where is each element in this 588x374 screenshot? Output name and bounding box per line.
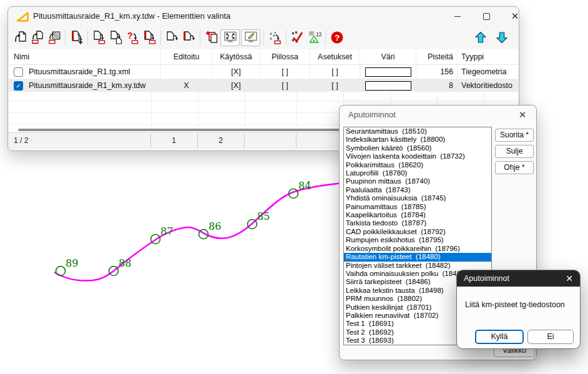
close-button[interactable]: ✕ (502, 7, 527, 26)
file-name: Pituusmittausraide_R1.tg.xml (29, 67, 130, 76)
helper-list-item[interactable]: Rautatien km-pisteet (18480) (344, 253, 491, 261)
helper-list-item[interactable]: Paalulaatta (18743) (344, 186, 491, 194)
save-file-as-icon[interactable] (107, 29, 124, 46)
save-active-file-icon[interactable] (141, 29, 158, 46)
statusbar-cell: 1 (150, 133, 197, 149)
cell-kaytossa[interactable]: [X] (212, 65, 260, 79)
helper-list-item[interactable]: Symbolien kääntö (18560) (344, 144, 491, 152)
col-piilossa[interactable]: Piilossa (260, 49, 310, 64)
col-nimi[interactable]: Nimi (9, 49, 161, 64)
km-point-label: 84 (298, 180, 311, 192)
cell-piilossa[interactable]: [ ] (260, 79, 310, 92)
app-logo-icon (16, 11, 29, 23)
helper-list-item[interactable]: Kaapelikartoitus (18784) (344, 211, 491, 219)
toolbar: ? (8, 26, 519, 49)
helper-list-item[interactable]: Viivojen laskenta koodeittain (18732) (344, 152, 491, 160)
helper-list-item[interactable]: Painumamittaus (18785) (344, 203, 491, 211)
close-icon: ✕ (519, 109, 527, 121)
toolbar-separator (263, 30, 264, 45)
color-swatch[interactable] (365, 67, 411, 77)
table-header[interactable]: Nimi Editoitu Käytössä Piilossa Asetukse… (9, 49, 518, 65)
color-swatch[interactable] (365, 81, 411, 91)
toolbar-separator (286, 30, 287, 45)
km-point-label: 86 (208, 220, 221, 232)
helper-list-item[interactable]: Puupinon mittaus (18740) (344, 177, 491, 185)
close-icon: ✕ (511, 11, 519, 22)
write-active-file-icon[interactable] (180, 29, 197, 46)
cell-tyyppi: Tiegeometria (458, 65, 518, 79)
messagebox-close-button[interactable]: ✕ (562, 272, 576, 285)
yes-button[interactable]: Kyllä (475, 330, 524, 344)
cell-asetukset[interactable]: [ ] (310, 65, 360, 79)
add-file-icon[interactable] (68, 29, 85, 46)
col-vari[interactable]: Väri (360, 49, 416, 64)
screen: 848586878889 Pituusmittausraide_R1_km.xy… (0, 0, 588, 374)
helper-list-item[interactable]: Pintojen väliset tarkkeet (18482) (344, 262, 491, 270)
col-pisteita[interactable]: Pisteitä (416, 49, 458, 64)
helper-list-item[interactable]: Seurantamittaus (18510) (344, 127, 491, 135)
no-button[interactable]: Ei (527, 330, 574, 344)
triangle-model-icon[interactable]: 12 (306, 29, 323, 46)
col-kaytossa[interactable]: Käytössä (212, 49, 260, 64)
row-checkbox-unchecked[interactable] (14, 67, 23, 77)
cell-kaytossa[interactable]: [X] (212, 79, 260, 92)
col-tyyppi[interactable]: Tyyppi (458, 49, 518, 64)
close-icon: ✕ (566, 273, 573, 283)
km-point-label: 85 (257, 210, 270, 222)
grid-line (151, 92, 152, 127)
helper-list-item[interactable]: Indeksikartan käsittely (18800) (344, 135, 491, 144)
toolbar-separator (160, 30, 161, 45)
dialog-close-button[interactable]: ✕ (515, 107, 530, 122)
save-file-icon[interactable] (91, 29, 107, 46)
new-file-group-icon[interactable] (203, 29, 220, 46)
toolbar-separator (325, 30, 326, 45)
suorita-button[interactable]: Suorita * (495, 129, 534, 142)
row-checkbox-checked[interactable]: ✓ (14, 81, 23, 91)
open-file-icon[interactable] (12, 29, 29, 46)
helper-list-item[interactable]: Rumpujen esikohotus (18795) (344, 236, 491, 244)
editor-window-icon[interactable] (241, 29, 260, 46)
km-point-label: 87 (160, 225, 173, 237)
open-file-element-icon[interactable] (29, 29, 46, 46)
move-up-icon[interactable] (472, 29, 489, 46)
cell-asetukset[interactable]: [ ] (310, 79, 360, 92)
table-row[interactable]: Pituusmittausraide_R1.tg.xml [X] [ ] [ ]… (9, 65, 518, 79)
cell-piilossa[interactable]: [ ] (260, 65, 310, 79)
km-point-label: 89 (66, 257, 78, 269)
grid-line (296, 92, 297, 127)
svg-text:?: ? (334, 33, 339, 42)
sulje-button[interactable]: Sulje (495, 145, 534, 158)
messagebox-titlebar[interactable]: Aputoiminnot ✕ (457, 270, 580, 287)
open-reference-icon[interactable] (46, 29, 62, 46)
write-file-icon[interactable] (164, 29, 180, 46)
select-points-icon[interactable] (267, 29, 283, 46)
ohje-button[interactable]: Ohje * (495, 161, 534, 174)
col-asetukset[interactable]: Asetukset (310, 49, 360, 64)
move-down-icon[interactable] (493, 29, 510, 46)
maximize-icon (483, 13, 490, 20)
helper-list-item[interactable]: Poikkarimittaus (18620) (344, 161, 491, 169)
table-row[interactable]: ✓ Pituusmittausraide_R1_km.xy.tdw X [X] … (9, 79, 518, 92)
km-point-circle (56, 267, 66, 276)
helper-list-item[interactable]: Korkosymbolit poikkareihin (18796) (344, 245, 491, 253)
toolbar-separator (87, 30, 88, 45)
help-icon[interactable]: ? (328, 29, 345, 46)
grid-line (198, 92, 198, 127)
col-editoitu[interactable]: Editoitu (161, 49, 212, 64)
helper-list-item[interactable]: CAD poikkileikkaukset (18792) (344, 228, 491, 236)
km-point-label: 88 (119, 257, 131, 269)
railway-curve (54, 182, 350, 280)
helper-list-item[interactable]: Latuprofiili (18780) (344, 169, 491, 177)
grid-line (9, 101, 518, 101)
file-name: Pituusmittausraide_R1_km.xy.tdw (29, 81, 145, 90)
maximize-button[interactable] (474, 7, 499, 26)
fit-view-icon[interactable] (220, 29, 240, 46)
minimize-button[interactable] (445, 7, 470, 26)
check-data-icon[interactable] (289, 29, 306, 46)
save-query-icon[interactable]: ? (124, 29, 141, 46)
helper-list-item[interactable]: Tarkista tiedosto (18787) (344, 219, 491, 227)
statusbar-count: 1 / 2 (14, 133, 28, 149)
titlebar[interactable]: Pituusmittausraide_R1_km.xy.tdw - Elemen… (8, 7, 519, 26)
confirm-message-box: Aputoiminnot ✕ Liitä km-pisteet tg-tiedo… (456, 270, 581, 349)
helper-list-item[interactable]: Yhdistä ominaisuuksia (18745) (344, 194, 491, 202)
